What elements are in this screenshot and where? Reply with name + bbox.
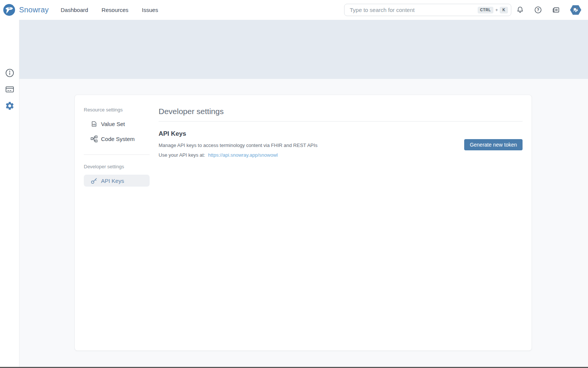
nav-item-dashboard[interactable]: Dashboard	[61, 7, 88, 13]
snowray-logo-icon[interactable]	[3, 4, 15, 16]
settings-nav-group-resource: Resource settings	[84, 107, 150, 113]
api-keys-section: API Keys Manage API keys to access termi…	[159, 122, 523, 158]
nav-item-code-system[interactable]: Code System	[84, 133, 150, 145]
avatar-graphic	[570, 5, 581, 15]
user-avatar[interactable]	[570, 5, 581, 15]
api-keys-title: API Keys	[159, 130, 523, 138]
value-set-glyph: VS	[92, 123, 95, 126]
api-keys-url-row: Use your API keys at:https://api.snowray…	[159, 152, 523, 158]
main-nav: Dashboard Resources Issues	[61, 7, 158, 13]
top-icon-group: ?	[516, 0, 581, 20]
top-nav: Snowray Dashboard Resources Issues CTRL …	[0, 0, 588, 20]
billing-card-icon[interactable]	[5, 85, 15, 94]
kbd-k: K	[500, 7, 508, 13]
nav-item-resources[interactable]: Resources	[102, 7, 129, 13]
api-url-label: Use your API keys at:	[159, 152, 205, 158]
settings-nav-group-developer: Developer settings	[84, 164, 150, 169]
nav-item-issues[interactable]: Issues	[142, 7, 158, 13]
kbd-plus: +	[495, 7, 498, 13]
settings-content: Developer settings API Keys Manage API k…	[159, 95, 532, 350]
notifications-bell-icon[interactable]	[516, 6, 524, 14]
help-icon[interactable]: ?	[534, 6, 542, 14]
hero-band	[19, 20, 588, 79]
nav-item-label: Value Set	[101, 121, 125, 127]
settings-nav-divider	[84, 154, 150, 155]
settings-card: Resource settings VS Value Set Code Syst…	[74, 95, 532, 351]
help-glyph: ?	[537, 7, 539, 12]
nav-item-label: API Keys	[101, 178, 124, 184]
nav-item-api-keys[interactable]: API Keys	[84, 175, 150, 187]
left-sidebar	[0, 20, 19, 368]
page-title: Developer settings	[159, 107, 523, 116]
settings-nav: Resource settings VS Value Set Code Syst…	[75, 95, 159, 350]
kbd-ctrl: CTRL	[478, 7, 494, 13]
nav-item-label: Code System	[101, 136, 135, 142]
value-set-icon: VS	[91, 120, 98, 128]
api-url-link[interactable]: https://api.snowray.app/snowowl	[208, 152, 278, 158]
settings-gear-icon[interactable]	[5, 101, 15, 111]
nav-item-value-set[interactable]: VS Value Set	[84, 118, 150, 130]
search-input[interactable]	[349, 6, 478, 13]
search-box[interactable]: CTRL + K	[344, 4, 511, 16]
key-icon	[91, 177, 98, 184]
info-icon[interactable]	[5, 68, 15, 78]
brand-name[interactable]: Snowray	[19, 6, 49, 14]
news-icon[interactable]	[552, 6, 560, 14]
generate-token-button[interactable]: Generate new token	[464, 139, 523, 150]
code-system-icon	[91, 135, 98, 142]
